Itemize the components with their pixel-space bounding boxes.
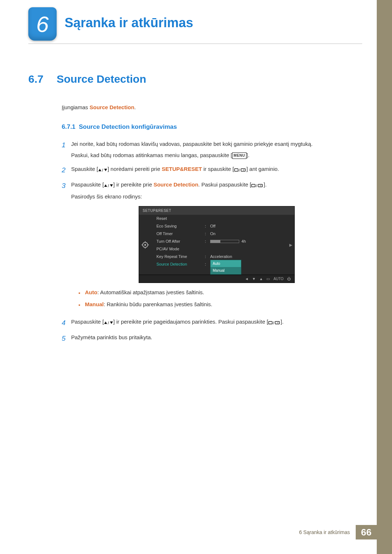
step-4: 4 Paspauskite [/] ir pereikite prie page…	[62, 317, 362, 328]
svg-marker-18	[104, 321, 107, 324]
side-stripe	[377, 0, 392, 554]
divider	[28, 44, 362, 44]
svg-text:/: /	[108, 184, 109, 188]
intro-line: Įjungiamas Source Detection.	[62, 103, 362, 111]
source-enter-icon: /	[251, 181, 264, 189]
section-title: Source Detection	[57, 73, 146, 85]
nav-enter-icon: ▭	[266, 276, 270, 282]
chevron-right-icon: ▶	[289, 242, 292, 248]
source-enter-icon: /	[234, 165, 246, 174]
svg-text:/: /	[239, 168, 240, 172]
chapter-number: 6	[36, 11, 49, 37]
page-footer: 6 Sąranka ir atkūrimas 66	[293, 525, 377, 539]
up-down-icon: /	[104, 318, 113, 327]
svg-text:/: /	[102, 168, 103, 172]
osd-screenshot: SETUP&RESET Reset Eco Saving:Off Off Tim…	[71, 206, 362, 283]
page-number: 66	[356, 525, 377, 539]
option-bullets: Auto: Automatiškai atpažįstamas įvesties…	[78, 288, 362, 309]
menu-button-icon: MENU	[232, 152, 246, 159]
step-1: 1 Jei norite, kad būtų rodomas klavišų v…	[62, 140, 362, 160]
step-2: 2 Spauskite [/] norėdami pereiti prie SE…	[62, 165, 362, 175]
nav-down-icon: ▼	[252, 276, 256, 282]
content: 6.7Source Detection Įjungiamas Source De…	[28, 71, 362, 349]
up-down-icon: /	[104, 181, 113, 189]
gear-icon	[139, 214, 151, 276]
svg-rect-11	[258, 184, 262, 187]
svg-rect-23	[275, 321, 279, 324]
svg-text:/: /	[108, 321, 109, 325]
osd-dropdown: Auto Manual	[210, 260, 241, 275]
section-heading: 6.7Source Detection	[28, 71, 362, 88]
osd-footer: ◄ ▼ ▲ ▭ AUTO ⏻	[139, 275, 294, 283]
nav-left-icon: ◄	[245, 276, 249, 282]
step-5: 5 Pažymėta parinktis bus pritaikyta.	[62, 333, 362, 344]
svg-rect-3	[234, 169, 238, 171]
chapter-badge: 6	[28, 7, 57, 41]
power-icon: ⏻	[287, 276, 291, 282]
svg-text:/: /	[273, 321, 274, 325]
svg-rect-9	[252, 184, 255, 187]
svg-marker-2	[104, 169, 107, 171]
svg-marker-6	[104, 184, 107, 187]
steps: 1 Jei norite, kad būtų rodomas klavišų v…	[62, 140, 362, 344]
svg-marker-0	[98, 169, 101, 171]
source-enter-icon: /	[268, 318, 281, 327]
chapter-title: Sąranka ir atkūrimas	[65, 15, 193, 30]
svg-rect-5	[241, 169, 245, 171]
up-down-icon: /	[98, 165, 107, 174]
step-3: 3 Paspauskite [/] ir pereikite prie Sour…	[62, 180, 362, 312]
subsection-heading: 6.7.1 Source Detection konfigūravimas	[62, 122, 362, 132]
nav-up-icon: ▲	[259, 276, 263, 282]
term-setup-reset: SETUP&RESET	[162, 166, 202, 172]
term-source-detection: Source Detection	[90, 104, 134, 110]
osd-title: SETUP&RESET	[139, 206, 294, 215]
svg-marker-20	[110, 321, 113, 324]
nav-auto-label: AUTO	[273, 276, 283, 282]
section-number: 6.7	[28, 71, 57, 88]
svg-marker-8	[110, 184, 113, 187]
footer-chapter: 6 Sąranka ir atkūrimas	[293, 525, 356, 539]
svg-point-13	[144, 244, 146, 246]
svg-text:/: /	[256, 184, 257, 188]
svg-rect-21	[269, 321, 272, 324]
